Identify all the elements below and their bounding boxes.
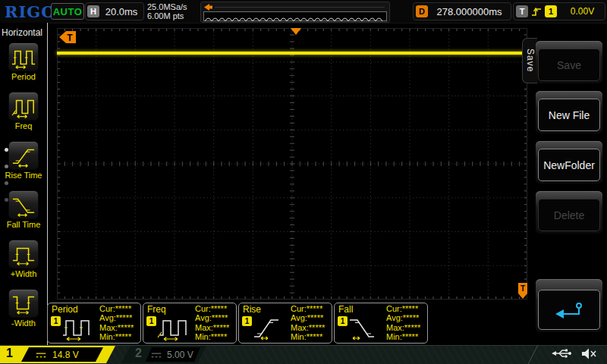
period-icon — [60, 315, 93, 341]
memory-depth: 6.00M pts — [147, 11, 187, 20]
menu-item-minus-width[interactable]: -Width — [0, 289, 47, 336]
horizontal-timebase-box: H 20.0ms — [85, 2, 144, 20]
channel2-scale-box: 5.00 V — [146, 347, 200, 362]
measurement-panel-freq: Freq 1 Cur:***** Avg:***** Max:***** Min… — [143, 303, 237, 344]
svg-text:T: T — [67, 33, 73, 43]
delete-button-label: Delete — [538, 199, 600, 231]
measurement-stats: Cur:***** Avg:***** Max:***** Min:***** — [291, 304, 325, 342]
measurement-panel-fall: Fall 1 Cur:***** Avg:***** Max:***** Min… — [334, 303, 428, 344]
memory-bar — [215, 7, 385, 8]
save-button-label: Save — [538, 49, 600, 81]
save-button[interactable]: Save — [536, 41, 602, 83]
menu-item-label: +Width — [0, 269, 47, 278]
acquisition-readout: 25.0MSa/s 6.00M pts — [147, 2, 187, 20]
waveform-memory-preview — [200, 2, 390, 23]
measurement-name: Freq — [147, 304, 166, 315]
trigger-position-offscreen-marker: T — [59, 31, 76, 43]
top-status-bar: RIGOL AUTO H 20.0ms 25.0MSa/s 6.00M pts … — [0, 0, 607, 24]
save-menu-tab-label: Save — [525, 49, 536, 72]
usb-icon — [551, 347, 572, 359]
measurement-stats: Cur:***** Avg:***** Max:***** Min:***** — [386, 304, 420, 342]
dc-coupling-icon — [35, 351, 47, 359]
measurement-panel-rise: Rise 1 Cur:***** Avg:***** Max:***** Min… — [238, 303, 332, 344]
menu-item-label: Rise Time — [0, 171, 47, 180]
status-icons — [551, 347, 598, 359]
new-file-button[interactable]: New File — [536, 91, 602, 133]
left-menu-title: Horizontal — [2, 27, 46, 38]
trigger-source-chip: 1 — [545, 5, 557, 17]
minus-width-button[interactable] — [8, 289, 39, 318]
delay-value: 278.000000ms — [428, 6, 511, 17]
new-file-button-label: New File — [538, 99, 600, 131]
graticule — [57, 28, 527, 300]
trigger-readout-box: T 1 0.00V — [513, 2, 605, 20]
channel1-trace — [57, 52, 527, 55]
menu-item-label: Period — [0, 72, 47, 81]
menu-item-label: -Width — [0, 318, 47, 328]
channel1-scale: 14.8 V — [52, 350, 79, 360]
minus-width-icon — [11, 291, 36, 315]
return-button[interactable] — [536, 279, 602, 332]
channel1-number: 1 — [6, 347, 13, 360]
return-arrow-icon — [553, 301, 585, 319]
menu-item-label: Fall Time — [0, 220, 47, 229]
rise-time-button[interactable] — [8, 141, 39, 170]
measurement-stats: Cur:***** Avg:***** Max:***** Min:***** — [99, 304, 134, 342]
dc-coupling-icon — [150, 351, 162, 359]
oscilloscope-screen: RIGOL AUTO H 20.0ms 25.0MSa/s 6.00M pts … — [0, 0, 607, 364]
trigger-level-value: 0.00V — [560, 6, 605, 17]
menu-item-plus-width[interactable]: +Width — [0, 240, 47, 287]
save-menu-tab: Save — [522, 38, 537, 83]
sample-rate: 25.0MSa/s — [147, 2, 187, 11]
preview-waveform — [204, 14, 385, 23]
run-status-badge: AUTO — [51, 3, 84, 20]
trigger-level-offscreen-marker: T — [518, 283, 527, 300]
menu-item-period[interactable]: Period — [0, 42, 47, 89]
fall-time-icon — [11, 193, 36, 217]
freq-button[interactable] — [8, 92, 39, 121]
fall-time-button[interactable] — [8, 190, 39, 219]
preview-wave-strip — [203, 11, 387, 21]
plus-width-icon — [11, 242, 36, 266]
freq-icon — [11, 94, 36, 118]
menu-item-freq[interactable]: Freq — [0, 92, 47, 139]
menu-item-label: Freq — [0, 121, 47, 130]
channel1-scale-box: 14.8 V — [21, 347, 103, 362]
measurement-stats: Cur:***** Avg:***** Max:***** Min:***** — [195, 304, 229, 342]
svg-text:T: T — [521, 284, 525, 293]
measurement-panel-period: Period 1 Cur:***** Avg:***** Max:***** M… — [47, 303, 141, 344]
rising-edge-icon — [531, 6, 542, 17]
measurement-name: Fall — [338, 304, 353, 315]
rise-time-icon — [11, 143, 36, 168]
plus-width-button[interactable] — [8, 240, 39, 268]
period-button[interactable] — [8, 42, 39, 71]
trigger-position-center-marker — [291, 28, 301, 35]
horizontal-label-chip: H — [87, 5, 99, 17]
delay-label-chip: D — [416, 5, 428, 17]
trigger-label-chip: T — [516, 5, 528, 17]
freq-icon — [156, 315, 189, 341]
memory-position-arrow-icon — [204, 4, 213, 11]
period-icon — [11, 45, 36, 69]
channel2-number: 2 — [135, 347, 142, 360]
measure-left-menu: Horizontal Period Freq — [0, 23, 48, 345]
measurement-name: Period — [52, 304, 78, 315]
delete-button[interactable]: Delete — [536, 191, 602, 234]
new-folder-button[interactable]: NewFolder — [536, 141, 602, 184]
timebase-value: 20.0ms — [99, 6, 143, 17]
fall-time-icon — [347, 315, 380, 341]
rise-time-icon — [251, 315, 285, 341]
new-folder-button-label: NewFolder — [538, 149, 600, 181]
speaker-muted-icon — [581, 348, 598, 359]
measurement-name: Rise — [243, 304, 261, 315]
channel2-scale: 5.00 V — [167, 350, 193, 360]
delay-readout-box: D 278.000000ms — [413, 2, 511, 20]
